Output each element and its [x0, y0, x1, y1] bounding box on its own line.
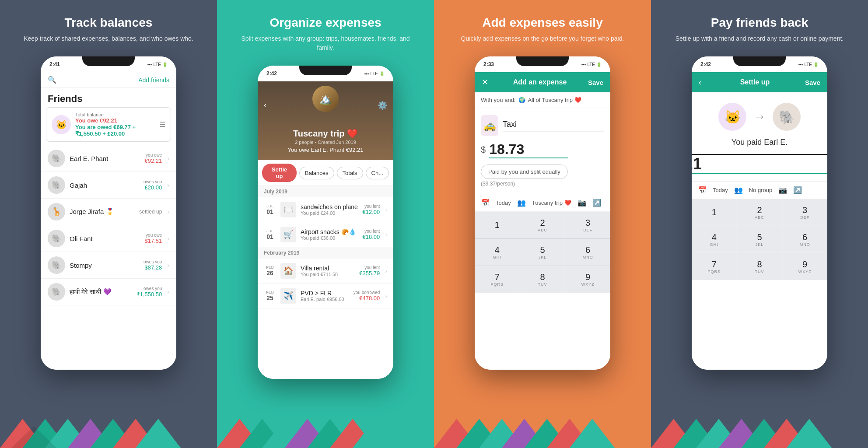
friend-avatar-stompy: 🐘 [48, 256, 65, 274]
key4-2[interactable]: 2ABC [737, 199, 782, 226]
lte-icon: LTE [153, 62, 161, 67]
settle-group-label[interactable]: No group [749, 187, 772, 193]
gear-icon[interactable]: ⚙️ [378, 101, 387, 110]
panel3-title: Add expenses easily [461, 16, 624, 30]
calendar-icon-4[interactable]: 📅 [698, 186, 707, 194]
panel3-header: Add expenses easily Quickly add expenses… [444, 0, 642, 52]
expense-row-sandwiches[interactable]: Jul 01 🍽️ sandwiches on plane You paid €… [258, 197, 393, 222]
expense-info-pvd: PVD > FLR Earl E. paid €956.00 [301, 290, 349, 302]
expense-row-snacks[interactable]: Jul 01 🛒 Airport snacks 🥐💧 You paid €36.… [258, 222, 393, 247]
key-8[interactable]: 8TUV [520, 266, 565, 293]
friend-badge-oli: you owe $17.51 [145, 233, 162, 244]
date-label[interactable]: Today [496, 200, 511, 206]
tab-totals[interactable]: Totals [337, 167, 363, 179]
month-label-feb: February 2019 [258, 247, 393, 259]
search-icon[interactable]: 🔍 [48, 76, 56, 84]
expense-icon-flight: ✈️ [280, 288, 296, 304]
friend-row-earl[interactable]: 🐘 Earl E. Phant you owe €92.21 › [41, 145, 176, 172]
trip-tabs: Settle up Balances Totals Ch... [258, 160, 393, 186]
expense-name-input[interactable] [503, 120, 604, 132]
group-icon[interactable]: 👥 [517, 199, 526, 207]
key4-4[interactable]: 4GHI [692, 226, 737, 253]
total-balance-card: 🐱 Total balance You owe €92.21 You are o… [46, 107, 171, 142]
panel-organize-expenses: Organize expenses Split expenses with an… [217, 0, 434, 448]
key4-7[interactable]: 7PQRS [692, 253, 737, 280]
key4-5[interactable]: 5JKL [737, 226, 782, 253]
expense-info-villa: Villa rental You paid €711.58 [301, 265, 355, 277]
with-you-bar: With you and: 🌍 All of Tuscany trip ❤️ [475, 92, 610, 108]
friend-name-earl: Earl E. Phant [70, 155, 140, 162]
expense-amount-pvd: you borrowed €478.00 [354, 290, 380, 301]
camera-icon[interactable]: 📷 [578, 199, 586, 207]
expense-row-pvd[interactable]: Feb 25 ✈️ PVD > FLR Earl E. paid €956.00… [258, 284, 393, 308]
calendar-icon[interactable]: 📅 [481, 199, 490, 207]
friend-row-oli[interactable]: 🐘 Oli Fant you owe $17.51 › [41, 225, 176, 252]
key-6[interactable]: 6MNO [565, 239, 610, 266]
expense-icon-snacks: 🛒 [280, 227, 296, 242]
panel4-header: Pay friends back Settle up with a friend… [658, 0, 861, 52]
key-4[interactable]: 4GHI [475, 239, 520, 266]
chevron-icon-pvd: › [385, 292, 387, 299]
key-9[interactable]: 9WXYZ [565, 266, 610, 293]
close-icon[interactable]: ✕ [482, 77, 488, 87]
camera-icon-4[interactable]: 📷 [778, 186, 787, 194]
panel2-header: Organize expenses Split expenses with an… [217, 0, 434, 61]
settle-date-label[interactable]: Today [713, 187, 728, 193]
friends-screen: 🔍 Add friends Friends 🐱 Total balance Yo… [41, 72, 176, 370]
key-7[interactable]: 7PQRS [475, 266, 520, 293]
key4-8[interactable]: 8TUV [737, 253, 782, 280]
split-button[interactable]: Paid by you and split equally [481, 164, 568, 179]
friend-avatar-gajah: 🐘 [48, 176, 65, 194]
expense-date-jul01b: Jul 01 [264, 229, 276, 240]
key4-3[interactable]: 3DEF [782, 199, 827, 226]
key4-1[interactable]: 1 [692, 199, 737, 226]
expense-meta-bar: 📅 Today 👥 Tuscany trip ❤️ 📷 ↗️ [475, 194, 610, 212]
amount-input[interactable] [489, 141, 568, 158]
tab-settle-up[interactable]: Settle up [262, 164, 297, 182]
group-name[interactable]: All of Tuscany trip ❤️ [528, 97, 581, 103]
phone2-wrapper: 2:42 ▪▪▪ LTE 🔋 🏔️ ‹ ⚙️ Tuscany trip ❤️ 2… [258, 66, 393, 379]
chevron-icon-sandwiches: › [385, 206, 387, 213]
settle-amount-input[interactable] [692, 154, 827, 174]
key-1[interactable]: 1 [475, 212, 520, 238]
status-bar-4: 2:42 ▪▪▪ LTE 🔋 [692, 56, 827, 72]
category-icon-taxi[interactable]: 🚕 [481, 115, 498, 136]
triangles-1 [0, 404, 181, 448]
expense-amount-snacks: you lent €18.00 [363, 229, 380, 240]
save-button-4[interactable]: Save [805, 79, 820, 86]
tab-balances[interactable]: Balances [299, 167, 334, 179]
key-2[interactable]: 2ABC [520, 212, 565, 238]
friend-name-haathi: हाथी मेरे साथी 💜 [70, 288, 132, 296]
key4-9[interactable]: 9WXYZ [782, 253, 827, 280]
expense-row-villa[interactable]: Feb 26 🏠 Villa rental You paid €711.58 y… [258, 259, 393, 284]
friend-row-gajah[interactable]: 🐘 Gajah owes you £20.00 › [41, 172, 176, 199]
trip-header: 🏔️ ‹ ⚙️ Tuscany trip ❤️ 2 people • Creat… [258, 81, 393, 160]
friend-row-stompy[interactable]: 🐘 Stompy owes you $87.28 › [41, 252, 176, 279]
friend-row-haathi[interactable]: 🐘 हाथी मेरे साथी 💜 owes you ₹1,550.50 › [41, 279, 176, 305]
key4-6[interactable]: 6MNO [782, 226, 827, 253]
chevron-icon-jorge: › [167, 208, 169, 215]
signal-icon-4: ▪▪▪ [798, 62, 803, 67]
friend-row-jorge[interactable]: 🦒 Jorge Jirafa 🎖️ settled up › [41, 199, 176, 225]
phone4-wrapper: 2:42 ▪▪▪ LTE 🔋 ‹ Settle up Save 🐱 → [692, 56, 827, 370]
share-icon[interactable]: ↗️ [592, 199, 601, 207]
balance-menu-icon[interactable]: ☰ [159, 120, 165, 129]
add-friends-button[interactable]: Add friends [138, 77, 169, 84]
key-3[interactable]: 3DEF [565, 212, 610, 238]
tab-charts[interactable]: Ch... [366, 167, 389, 179]
phone4: 2:42 ▪▪▪ LTE 🔋 ‹ Settle up Save 🐱 → [692, 56, 827, 370]
back-icon-4[interactable]: ‹ [699, 78, 701, 87]
group-icon-4[interactable]: 👥 [734, 186, 743, 194]
group-label[interactable]: Tuscany trip ❤️ [532, 200, 571, 206]
triangles-4 [651, 404, 832, 448]
chevron-icon-oli: › [167, 235, 169, 242]
settle-up-screen: ‹ Settle up Save 🐱 → 🐘 You paid Earl E. … [692, 72, 827, 370]
save-button-3[interactable]: Save [588, 79, 603, 86]
total-balance-label: Total balance [75, 112, 155, 117]
balance-info: Total balance You owe €92.21 You are owe… [75, 112, 155, 137]
back-icon[interactable]: ‹ [264, 101, 266, 110]
share-icon-4[interactable]: ↗️ [793, 186, 802, 194]
friend-badge-earl: you owe €92.21 [145, 153, 162, 164]
key-5[interactable]: 5JKL [520, 239, 565, 266]
settle-title: Settle up [705, 78, 805, 86]
